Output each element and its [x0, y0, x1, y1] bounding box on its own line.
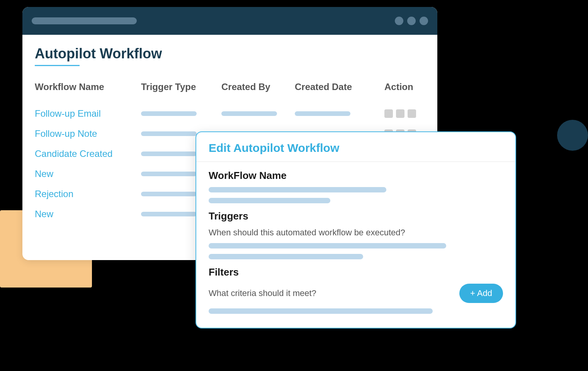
trigger-placeholder: [141, 111, 197, 116]
window-control-dot[interactable]: [395, 17, 403, 25]
decorative-dark-circle: [557, 120, 588, 151]
table-header-row: Workflow Name Trigger Type Created By Cr…: [35, 82, 425, 92]
add-filter-button[interactable]: + Add: [459, 284, 503, 303]
trigger-input-2[interactable]: [209, 254, 363, 259]
workflow-name-link[interactable]: Follow-up Note: [35, 128, 97, 139]
filter-input[interactable]: [209, 308, 433, 314]
created-by-placeholder: [221, 111, 277, 116]
trigger-input[interactable]: [209, 243, 446, 248]
edit-panel-body: WorkFlow Name Triggers When should this …: [196, 162, 515, 327]
filters-label: Filters: [209, 266, 503, 278]
window-title-placeholder: [32, 17, 137, 24]
edit-panel-title: Edit Autopilot Workflow: [209, 141, 503, 155]
window-control-dot[interactable]: [420, 17, 428, 25]
workflow-name-link[interactable]: New: [35, 168, 53, 179]
column-header-name: Workflow Name: [35, 82, 141, 92]
trigger-placeholder: [141, 192, 197, 196]
title-underline: [35, 65, 80, 66]
window-control-dot[interactable]: [407, 17, 416, 25]
workflow-name-link[interactable]: New: [35, 209, 53, 219]
table-row: Follow-up Email: [35, 108, 425, 119]
created-date-placeholder: [295, 111, 350, 116]
trigger-placeholder: [141, 212, 197, 216]
workflow-name-input[interactable]: [209, 187, 386, 192]
triggers-subtext: When should this automated workflow be e…: [209, 228, 503, 238]
edit-workflow-panel: Edit Autopilot Workflow WorkFlow Name Tr…: [195, 131, 516, 328]
action-icon[interactable]: [408, 109, 416, 118]
page-title: Autopilot Workflow: [35, 46, 425, 62]
workflow-name-link[interactable]: Candidate Created: [35, 148, 112, 159]
triggers-label: Triggers: [209, 210, 503, 222]
workflow-name-link[interactable]: Follow-up Email: [35, 108, 101, 119]
action-icon[interactable]: [384, 109, 393, 118]
workflow-name-label: WorkFlow Name: [209, 170, 503, 182]
trigger-placeholder: [141, 172, 197, 176]
window-controls: [395, 17, 428, 25]
trigger-placeholder: [141, 131, 197, 136]
column-header-created-by: Created By: [221, 82, 295, 92]
column-header-trigger: Trigger Type: [141, 82, 221, 92]
action-icon[interactable]: [396, 109, 404, 118]
column-header-action: Action: [384, 82, 423, 92]
edit-panel-header: Edit Autopilot Workflow: [196, 132, 515, 162]
workflow-name-input-2[interactable]: [209, 198, 330, 203]
workflow-name-link[interactable]: Rejection: [35, 189, 73, 199]
trigger-placeholder: [141, 151, 197, 156]
window-titlebar: [22, 7, 437, 35]
filters-subtext: What criteria should it meet?: [209, 288, 316, 298]
column-header-created-date: Created Date: [295, 82, 384, 92]
